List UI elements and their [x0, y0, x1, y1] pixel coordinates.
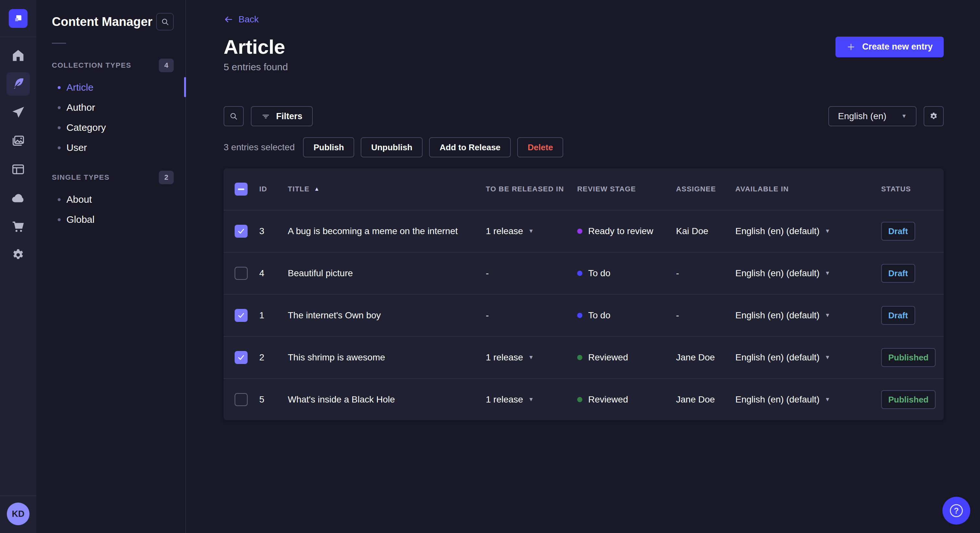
chevron-down-icon: ▼: [825, 270, 830, 276]
status-badge: Draft: [881, 222, 915, 241]
check-icon: [237, 311, 245, 320]
table-row[interactable]: 1 The internet's Own boy -▼ To do - Engl…: [224, 294, 944, 336]
cell-title: The internet's Own boy: [288, 310, 486, 320]
status-badge: Draft: [881, 264, 915, 283]
cell-id: 2: [259, 352, 288, 363]
select-all-checkbox[interactable]: [235, 182, 248, 195]
content-type-builder-icon[interactable]: [6, 158, 30, 181]
section-count-badge: 2: [159, 171, 174, 184]
cell-review-stage: Ready to review: [577, 226, 676, 236]
main-content: Back Article Create new entry 5 entries …: [186, 0, 980, 533]
cell-title: What's inside a Black Hole: [288, 394, 486, 405]
sidebar-item-category[interactable]: Category: [36, 117, 185, 138]
table-row[interactable]: 3 A bug is becoming a meme on the intern…: [224, 210, 944, 252]
column-header-available: AVAILABLE IN: [735, 185, 881, 194]
cell-available-in[interactable]: English (en) (default)▼: [735, 226, 881, 236]
column-header-assignee: ASSIGNEE: [676, 185, 735, 194]
create-new-entry-button[interactable]: Create new entry: [835, 36, 944, 57]
media-library-icon[interactable]: [6, 129, 30, 152]
back-link[interactable]: Back: [224, 14, 259, 25]
row-checkbox[interactable]: [235, 351, 248, 364]
status-badge: Draft: [881, 306, 915, 325]
sidebar-item-article[interactable]: Article: [36, 78, 185, 97]
cell-available-in[interactable]: English (en) (default)▼: [735, 268, 881, 279]
table-row[interactable]: 2 This shrimp is awesome 1 release▼ Revi…: [224, 336, 944, 378]
cell-release[interactable]: -▼: [486, 310, 577, 320]
status-badge: Published: [881, 348, 935, 367]
sidebar-item-about[interactable]: About: [36, 189, 185, 209]
deploy-icon[interactable]: [6, 186, 30, 209]
back-arrow-icon: [224, 14, 233, 24]
sidebar-item-user[interactable]: User: [36, 138, 185, 158]
filters-button[interactable]: Filters: [251, 106, 313, 126]
bullet-icon: [58, 126, 60, 129]
row-checkbox[interactable]: [235, 309, 248, 322]
cell-release[interactable]: 1 release▼: [486, 394, 577, 405]
table-row[interactable]: 5 What's inside a Black Hole 1 release▼ …: [224, 378, 944, 420]
indeterminate-icon: [238, 189, 244, 190]
collection-types-section: COLLECTION TYPES 4 Article Author Catego…: [36, 59, 185, 158]
strapi-logo-mark: [13, 13, 24, 24]
section-label: SINGLE TYPES: [52, 173, 110, 182]
view-settings-button[interactable]: [924, 106, 944, 126]
table-header-row: ID TITLE▲ TO BE RELEASED IN REVIEW STAGE…: [224, 168, 944, 210]
selection-count: 3 entries selected: [224, 142, 294, 152]
delete-button[interactable]: Delete: [517, 137, 563, 157]
column-header-title[interactable]: TITLE▲: [288, 185, 486, 194]
column-header-id[interactable]: ID: [259, 185, 288, 194]
strapi-logo[interactable]: [9, 9, 27, 28]
settings-icon[interactable]: [6, 243, 30, 266]
check-icon: [237, 353, 245, 362]
add-to-release-button[interactable]: Add to Release: [429, 137, 511, 157]
marketplace-icon[interactable]: [6, 215, 30, 238]
cell-available-in[interactable]: English (en) (default)▼: [735, 394, 881, 405]
chevron-down-icon: ▼: [528, 228, 534, 235]
status-badge: Published: [881, 390, 935, 409]
cell-title: This shrimp is awesome: [288, 352, 486, 363]
plus-icon: [846, 43, 856, 51]
locale-select[interactable]: English (en) ▼: [828, 106, 916, 126]
stage-dot-icon: [577, 397, 582, 402]
cell-review-stage: Reviewed: [577, 352, 676, 363]
cell-assignee: -: [676, 268, 735, 279]
cell-assignee: Kai Doe: [676, 226, 735, 236]
search-entries-button[interactable]: [224, 106, 244, 126]
publish-button[interactable]: Publish: [303, 137, 354, 157]
chevron-down-icon: ▼: [825, 312, 830, 319]
chevron-down-icon: ▼: [528, 397, 534, 403]
table-row[interactable]: 4 Beautiful picture -▼ To do - English (…: [224, 252, 944, 294]
cell-release[interactable]: 1 release▼: [486, 352, 577, 363]
stage-dot-icon: [577, 313, 582, 318]
cell-available-in[interactable]: English (en) (default)▼: [735, 352, 881, 363]
section-label: COLLECTION TYPES: [52, 61, 131, 70]
column-header-review: REVIEW STAGE: [577, 185, 676, 194]
sidebar-item-global[interactable]: Global: [36, 209, 185, 230]
releases-icon[interactable]: [6, 101, 30, 124]
entries-count: 5 entries found: [224, 62, 944, 73]
cell-release[interactable]: -▼: [486, 268, 577, 279]
cell-id: 5: [259, 394, 288, 405]
chevron-down-icon: ▼: [901, 113, 907, 119]
unpublish-button[interactable]: Unpublish: [361, 137, 423, 157]
help-button[interactable]: ?: [942, 497, 970, 525]
help-icon: ?: [950, 504, 963, 517]
stage-dot-icon: [577, 228, 582, 234]
chevron-down-icon: ▼: [528, 354, 534, 361]
row-checkbox[interactable]: [235, 267, 248, 280]
row-checkbox[interactable]: [235, 393, 248, 406]
cell-review-stage: To do: [577, 268, 676, 279]
avatar[interactable]: KD: [7, 503, 30, 525]
cell-assignee: Jane Doe: [676, 352, 735, 363]
stage-dot-icon: [577, 355, 582, 360]
row-checkbox[interactable]: [235, 225, 248, 238]
search-button[interactable]: [156, 13, 174, 30]
sidebar-item-author[interactable]: Author: [36, 97, 185, 117]
cell-release[interactable]: 1 release▼: [486, 226, 577, 236]
home-icon[interactable]: [6, 44, 30, 67]
cell-available-in[interactable]: English (en) (default)▼: [735, 310, 881, 320]
search-icon: [229, 112, 238, 121]
content-manager-icon[interactable]: [6, 72, 30, 95]
cell-review-stage: Reviewed: [577, 394, 676, 405]
sort-ascending-icon: ▲: [314, 186, 320, 192]
subnav-divider: [52, 43, 66, 44]
